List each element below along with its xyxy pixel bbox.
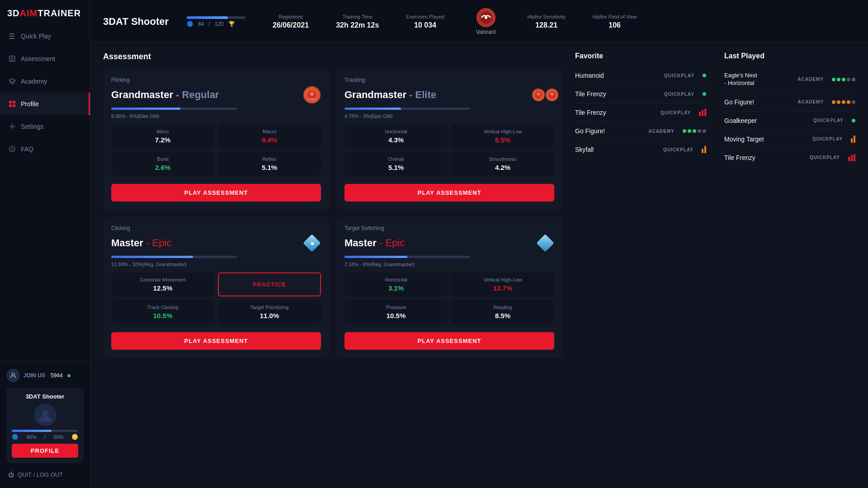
card-xp-bar-target-switching: [344, 256, 470, 258]
play-assessment-btn-clicking[interactable]: PLAY ASSESSMENT: [111, 332, 321, 350]
sidebar-item-assessment[interactable]: Assessment: [0, 47, 90, 70]
svg-rect-8: [9, 101, 12, 103]
rank-icon-clicking: ◆: [303, 234, 321, 252]
svg-rect-9: [13, 101, 15, 103]
progress-icon-right: 🏆: [228, 21, 235, 27]
card-rank-row-tracking: Grandmaster - Elite: [344, 86, 554, 104]
last-played-section: Last Played Eagle's Nest- Horizontal ACA…: [724, 52, 855, 167]
card-stats-target-switching: Horizontal 3.1% Vertical High-Low 13.7% …: [344, 272, 554, 324]
header-title: 3DAT Shooter: [103, 16, 169, 28]
rank-icon-tracking: [536, 86, 554, 104]
last-item-name-moving-target: Moving Target: [724, 136, 807, 143]
last-item-tag-moving-target: QUICKPLAY: [811, 136, 843, 141]
join-us-count: 5944: [51, 372, 63, 379]
svg-point-19: [485, 16, 487, 19]
assessment-title: Assessment: [103, 52, 562, 61]
sidebar-item-label-profile: Profile: [21, 100, 39, 108]
last-item-name-tile-frenzy: Tile Frenzy: [724, 154, 804, 161]
profile-avatar: [34, 404, 57, 426]
faq-icon: ?: [8, 145, 16, 153]
stat-ts-reading: Reading 8.5%: [451, 300, 554, 324]
stat-training-time: Training Time 32h 22m 12s: [336, 14, 379, 29]
sidebar-item-settings[interactable]: Settings: [0, 115, 90, 138]
list-item-humanoid: Humanoid QUICKPLAY: [575, 66, 706, 85]
progress-labels: 🔵 84 / 120 🏆: [187, 21, 245, 27]
list-item-goalkeeper: Goalkeeper QUICKPLAY: [724, 112, 855, 130]
fav-indicator-tile-frenzy-2: [699, 109, 706, 116]
card-xp-label-target-switching: 7.18% - 6%(Reg. Grandmaster): [344, 262, 554, 267]
stat-smoothness: Smoothness 4.2%: [451, 152, 554, 176]
setting-hipfire-fov: Hipfire Field of View 106: [593, 14, 637, 29]
xp-icon: 🔵: [12, 434, 19, 440]
fav-item-tag-go-figure: ACADEMY: [643, 129, 675, 134]
stat-registered: Registered 26/06/2021: [273, 14, 309, 29]
quick-play-icon: [8, 32, 16, 40]
card-rank-flicking: Grandmaster - Regular: [111, 89, 219, 101]
card-rank-target-switching: Master - Epic: [344, 237, 405, 249]
sidebar-item-label-quick-play: Quick Play: [21, 33, 51, 40]
card-xp-label-tracking: 4.78% - 3%(Epic GM): [344, 113, 554, 119]
academy-icon: [8, 77, 16, 85]
assessment-card-flicking: Flicking Grandmaster - Regular: [103, 69, 329, 210]
list-item-eagles-nest: Eagle's Nest- Horizontal ACADEMY: [724, 66, 855, 93]
right-panels: Favorite Humanoid QUICKPLAY Tile Frenzy …: [575, 52, 855, 478]
last-indicator-goalkeeper: [852, 119, 855, 122]
card-rank-row-flicking: Grandmaster - Regular: [111, 86, 321, 104]
setting-label-sens: Hipfire Sensitivity: [528, 14, 566, 19]
svg-rect-11: [13, 104, 15, 107]
svg-rect-10: [9, 104, 12, 107]
fav-item-tag-tile-frenzy-1: QUICKPLAY: [663, 92, 694, 97]
fav-indicator-skyfall: [702, 146, 706, 153]
card-xp-label-flicking: 6.06% - 6%(Elite GM): [111, 113, 321, 119]
right-columns: Favorite Humanoid QUICKPLAY Tile Frenzy …: [575, 52, 855, 167]
setting-label-fov: Hipfire Field of View: [593, 14, 637, 19]
last-indicator-go-figure: [832, 100, 855, 104]
play-assessment-btn-target-switching[interactable]: PLAY ASSESSMENT: [344, 332, 554, 350]
stat-horizontal: Horizontal 4.3%: [344, 124, 448, 148]
stat-macro: Macro 9.4%: [218, 124, 321, 148]
sidebar-item-label-academy: Academy: [21, 78, 47, 85]
stat-track-clicking: Track Clicking 10.5%: [111, 300, 214, 324]
svg-rect-0: [9, 33, 14, 34]
stat-vertical-high-low: Vertical High-Low 5.5%: [451, 124, 554, 148]
svg-point-17: [42, 410, 48, 416]
xp-separator: /: [44, 434, 46, 440]
list-item-tile-frenzy-2: Tile Frenzy QUICKPLAY: [575, 103, 706, 122]
header-settings: Hipfire Sensitivity 128.21 Hipfire Field…: [528, 14, 637, 29]
svg-rect-6: [11, 60, 13, 61]
practice-button-clicking[interactable]: PRACTICE: [218, 272, 321, 296]
sidebar-item-faq[interactable]: ? FAQ: [0, 138, 90, 160]
stat-target-prioritizing: Target Prioritizing 11.0%: [218, 300, 321, 324]
last-item-name-go-figure: Go Figure!: [724, 99, 788, 106]
sidebar-item-label-assessment: Assessment: [21, 55, 55, 62]
profile-card: 3DAT Shooter 🔵 60% / 50%: [6, 388, 84, 463]
header-stats: Registered 26/06/2021 Training Time 32h …: [273, 14, 444, 29]
rank-icon-target-switching: [536, 234, 554, 252]
play-assessment-btn-tracking[interactable]: PLAY ASSESSMENT: [344, 184, 554, 202]
stat-micro: Micro 7.2%: [111, 124, 214, 148]
card-stats-clicking: Crosshair Movement 12.5% PRACTICE Track …: [111, 272, 321, 324]
play-assessment-btn-flicking[interactable]: PLAY ASSESSMENT: [111, 184, 321, 202]
header-progress: 🔵 84 / 120 🏆: [187, 16, 245, 27]
stat-exercises-played: Exercises Played 10 034: [406, 14, 444, 29]
card-xp-bar-clicking: [111, 256, 237, 258]
assessment-icon: [8, 55, 16, 63]
sidebar-item-label-faq: FAQ: [21, 145, 33, 153]
card-xp-bar-flicking: [111, 108, 237, 110]
xp-current: 60%: [26, 434, 36, 440]
sidebar-item-quick-play[interactable]: Quick Play: [0, 25, 90, 47]
list-item-tile-frenzy-1: Tile Frenzy QUICKPLAY: [575, 85, 706, 103]
main-content: 3DAT Shooter 🔵 84 / 120 🏆 Registered 26/…: [90, 0, 868, 488]
svg-rect-4: [11, 57, 14, 58]
svg-marker-7: [9, 79, 15, 82]
svg-point-15: [12, 373, 14, 376]
stat-ts-vertical: Vertical High-Low 13.7%: [451, 272, 554, 296]
profile-button[interactable]: PROFILE: [12, 444, 78, 458]
fav-indicator-humanoid: [703, 74, 706, 77]
sidebar-item-academy[interactable]: Academy: [0, 70, 90, 93]
sidebar-item-profile[interactable]: Profile: [0, 93, 90, 115]
card-stats-flicking: Micro 7.2% Macro 9.4% Burst 2.6% Refle: [111, 124, 321, 176]
quit-logout-button[interactable]: ⏻ QUIT / LOG OUT: [6, 468, 84, 482]
sidebar-bottom: JOIN US 5944 3DAT Shooter: [0, 362, 90, 488]
fav-item-tag-tile-frenzy-2: QUICKPLAY: [659, 110, 691, 115]
